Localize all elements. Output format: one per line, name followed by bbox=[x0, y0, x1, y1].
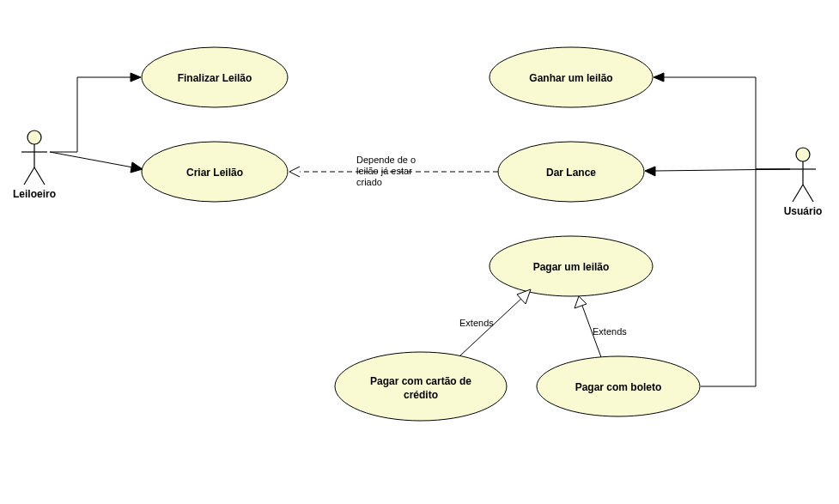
assoc-usuario-boleto bbox=[701, 169, 790, 386]
usecase-label-line1: Pagar com cartão de bbox=[370, 375, 471, 387]
svg-line-18 bbox=[50, 152, 133, 167]
usecase-diagram: Leiloeiro Usuário Finalizar Leilão Criar… bbox=[0, 0, 839, 504]
assoc-leiloeiro-finalizar bbox=[50, 73, 141, 152]
extends-cartao-pagar: Extends bbox=[459, 289, 531, 356]
actor-leiloeiro: Leiloeiro bbox=[13, 131, 56, 200]
extends-boleto-pagar: Extends bbox=[575, 296, 627, 357]
actor-usuario: Usuário bbox=[784, 148, 823, 217]
usecase-label: Pagar um leilão bbox=[533, 261, 610, 273]
usecase-ganhar-leilao: Ganhar um leilão bbox=[489, 47, 653, 107]
usecase-pagar-cartao: Pagar com cartão de crédito bbox=[335, 352, 507, 421]
dep-label-line3: criado bbox=[356, 177, 382, 187]
usecase-criar-leilao: Criar Leilão bbox=[142, 142, 288, 202]
usecase-label-line2: crédito bbox=[404, 389, 438, 401]
usecase-dar-lance: Dar Lance bbox=[498, 142, 644, 202]
svg-line-9 bbox=[803, 185, 813, 202]
usecase-pagar-leilao: Pagar um leilão bbox=[489, 236, 653, 296]
assoc-usuario-lance bbox=[645, 167, 790, 176]
dep-label-line2: leilão já estar bbox=[356, 166, 412, 176]
dep-label-line1: Depende de o bbox=[356, 155, 416, 165]
svg-point-5 bbox=[796, 148, 810, 161]
usecase-label: Finalizar Leilão bbox=[178, 72, 252, 84]
svg-marker-25 bbox=[517, 289, 531, 304]
usecase-finalizar-leilao: Finalizar Leilão bbox=[142, 47, 288, 107]
svg-marker-23 bbox=[645, 167, 655, 176]
svg-line-4 bbox=[34, 167, 45, 185]
usecase-label: Ganhar um leilão bbox=[529, 72, 612, 84]
svg-marker-27 bbox=[575, 296, 587, 308]
svg-line-3 bbox=[24, 167, 34, 185]
extends-label: Extends bbox=[459, 318, 494, 328]
usecase-pagar-boleto: Pagar com boleto bbox=[537, 356, 700, 416]
usecase-label: Pagar com boleto bbox=[575, 381, 662, 393]
extends-label: Extends bbox=[593, 326, 627, 337]
assoc-leiloeiro-criar bbox=[50, 152, 143, 173]
usecase-label: Criar Leilão bbox=[186, 167, 243, 179]
usecase-label: Dar Lance bbox=[546, 167, 596, 179]
svg-marker-21 bbox=[654, 73, 664, 82]
svg-point-0 bbox=[27, 131, 41, 144]
dep-lance-criar: Depende de o leilão já estar criado bbox=[289, 155, 498, 187]
svg-marker-19 bbox=[131, 162, 143, 173]
assoc-usuario-ganhar bbox=[654, 73, 790, 169]
svg-marker-17 bbox=[131, 73, 141, 82]
svg-line-8 bbox=[793, 185, 803, 202]
actor-label: Leiloeiro bbox=[13, 188, 56, 200]
actor-label: Usuário bbox=[784, 205, 823, 217]
